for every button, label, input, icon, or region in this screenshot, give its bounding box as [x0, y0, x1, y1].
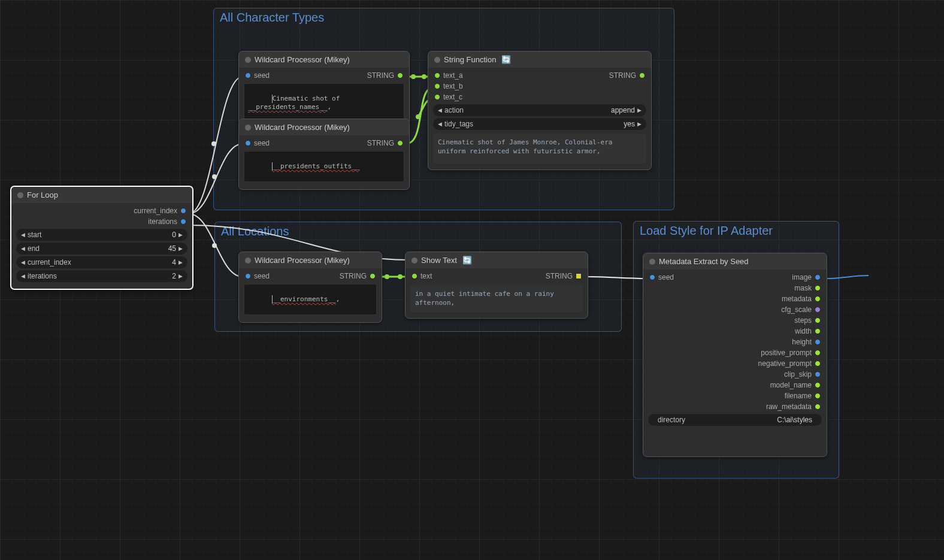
input-port-text-c[interactable] [434, 94, 440, 100]
output-port-clip-skip[interactable] [815, 371, 821, 377]
output-port-mask[interactable] [815, 285, 821, 291]
input-port-seed[interactable] [245, 140, 251, 146]
input-label-text-c: text_c [443, 93, 462, 101]
input-port-seed[interactable] [245, 273, 251, 279]
output-label-negative-prompt: negative_prompt [758, 359, 812, 368]
chevron-left-icon[interactable]: ◀ [438, 121, 442, 127]
node-collapse-icon[interactable] [245, 258, 251, 264]
output-label-metadata: metadata [782, 295, 812, 303]
output-label-string: STRING [367, 139, 394, 147]
output-label-model-name: model_name [770, 381, 812, 389]
output-label-string: STRING [609, 71, 636, 80]
node-show-text[interactable]: Show Text 🔄 text STRING in a quiet intim… [405, 252, 588, 319]
output-label-mask: mask [794, 284, 812, 292]
recycle-icon: 🔄 [501, 55, 511, 64]
input-label-seed: seed [254, 71, 270, 80]
node-title: Wildcard Processor (Mikey) [255, 55, 350, 64]
node-collapse-icon[interactable] [434, 57, 440, 63]
string-preview: Cinematic shot of James Monroe, Colonial… [433, 134, 646, 164]
chevron-right-icon[interactable]: ▶ [637, 121, 642, 127]
input-label-text: text [420, 272, 432, 280]
widget-directory[interactable]: directory C:\ai\styles [648, 414, 822, 426]
node-title: For Loop [27, 190, 58, 199]
widget-tidy-tags[interactable]: ◀ tidy_tags yes ▶ [433, 118, 646, 130]
output-label-raw-metadata: raw_metadata [766, 402, 812, 411]
chevron-right-icon[interactable]: ▶ [637, 107, 642, 113]
output-label-current-index: current_index [134, 207, 177, 215]
output-port-height[interactable] [815, 339, 821, 345]
wildcard-text-input[interactable]: __environments__, [244, 284, 377, 315]
input-label-text-a: text_a [443, 71, 463, 80]
chevron-left-icon[interactable]: ◀ [21, 232, 25, 238]
chevron-right-icon[interactable]: ▶ [178, 273, 183, 279]
output-label-string: STRING [340, 272, 367, 280]
group-title: Load Style for IP Adapter [640, 224, 773, 238]
chevron-right-icon[interactable]: ▶ [178, 232, 183, 238]
widget-start[interactable]: ◀ start 0 ▶ [16, 229, 187, 241]
input-port-seed[interactable] [245, 72, 251, 78]
output-port-iterations[interactable] [180, 219, 186, 225]
widget-current-index[interactable]: ◀ current_index 4 ▶ [16, 256, 187, 268]
output-port-negative-prompt[interactable] [815, 361, 821, 367]
output-label-clip-skip: clip_skip [784, 370, 812, 379]
output-port-string[interactable] [576, 273, 582, 279]
input-port-text-b[interactable] [434, 83, 440, 89]
output-port-string[interactable] [370, 273, 376, 279]
output-port-current-index[interactable] [180, 208, 186, 214]
output-port-filename[interactable] [815, 393, 821, 399]
output-label-iterations: iterations [148, 217, 177, 226]
node-title: String Function [444, 55, 496, 64]
output-label-filename: filename [785, 392, 812, 400]
output-label-positive-prompt: positive_prompt [761, 349, 812, 357]
chevron-right-icon[interactable]: ▶ [178, 259, 183, 265]
output-label-height: height [792, 338, 812, 346]
node-title: Wildcard Processor (Mikey) [255, 123, 350, 132]
input-label-text-b: text_b [443, 82, 463, 90]
input-port-seed[interactable] [649, 274, 655, 280]
output-label-image: image [792, 273, 812, 281]
output-port-metadata[interactable] [815, 296, 821, 302]
chevron-left-icon[interactable]: ◀ [21, 259, 25, 265]
input-label-seed: seed [254, 139, 270, 147]
chevron-left-icon[interactable]: ◀ [21, 246, 25, 252]
input-port-text[interactable] [412, 273, 417, 279]
output-port-cfg-scale[interactable] [815, 307, 821, 313]
node-wildcard-processor-2[interactable]: Wildcard Processor (Mikey) seed STRING _… [238, 119, 410, 190]
output-label-steps: steps [794, 316, 812, 325]
chevron-left-icon[interactable]: ◀ [438, 107, 442, 113]
output-port-raw-metadata[interactable] [815, 404, 821, 410]
output-port-image[interactable] [815, 274, 821, 280]
node-metadata-extract[interactable]: Metadata Extract by Seed seed image mask… [643, 253, 827, 457]
node-collapse-icon[interactable] [245, 57, 251, 63]
node-collapse-icon[interactable] [649, 259, 655, 265]
recycle-icon: 🔄 [462, 256, 472, 265]
widget-iterations[interactable]: ◀ iterations 2 ▶ [16, 270, 187, 282]
show-text-preview: in a quiet intimate cafe on a rainy afte… [410, 285, 583, 312]
output-port-string[interactable] [397, 72, 403, 78]
node-wildcard-processor-3[interactable]: Wildcard Processor (Mikey) seed STRING _… [238, 252, 382, 323]
chevron-left-icon[interactable]: ◀ [21, 273, 25, 279]
output-port-string[interactable] [639, 72, 645, 78]
output-label-width: width [795, 327, 812, 335]
node-title: Metadata Extract by Seed [659, 257, 749, 266]
input-label-seed: seed [658, 273, 674, 281]
wildcard-text-input[interactable]: Cinematic shot of __presidents_names__, [244, 83, 404, 122]
chevron-right-icon[interactable]: ▶ [178, 246, 183, 252]
output-port-width[interactable] [815, 328, 821, 334]
widget-end[interactable]: ◀ end 45 ▶ [16, 243, 187, 255]
node-for-loop[interactable]: For Loop current_index iterations ◀ star… [10, 186, 193, 290]
node-title: Wildcard Processor (Mikey) [255, 256, 350, 265]
input-port-text-a[interactable] [434, 72, 440, 78]
output-port-string[interactable] [397, 140, 403, 146]
node-collapse-icon[interactable] [17, 192, 23, 198]
wildcard-text-input[interactable]: __presidents_outfits__ [244, 151, 404, 182]
widget-action[interactable]: ◀ action append ▶ [433, 104, 646, 116]
output-port-steps[interactable] [815, 317, 821, 323]
output-port-model-name[interactable] [815, 382, 821, 388]
node-collapse-icon[interactable] [412, 258, 417, 264]
node-string-function[interactable]: String Function 🔄 text_a STRING text_b t… [428, 51, 652, 170]
group-title: All Locations [221, 225, 289, 238]
node-collapse-icon[interactable] [245, 125, 251, 131]
output-port-positive-prompt[interactable] [815, 350, 821, 356]
group-title: All Character Types [220, 11, 324, 25]
